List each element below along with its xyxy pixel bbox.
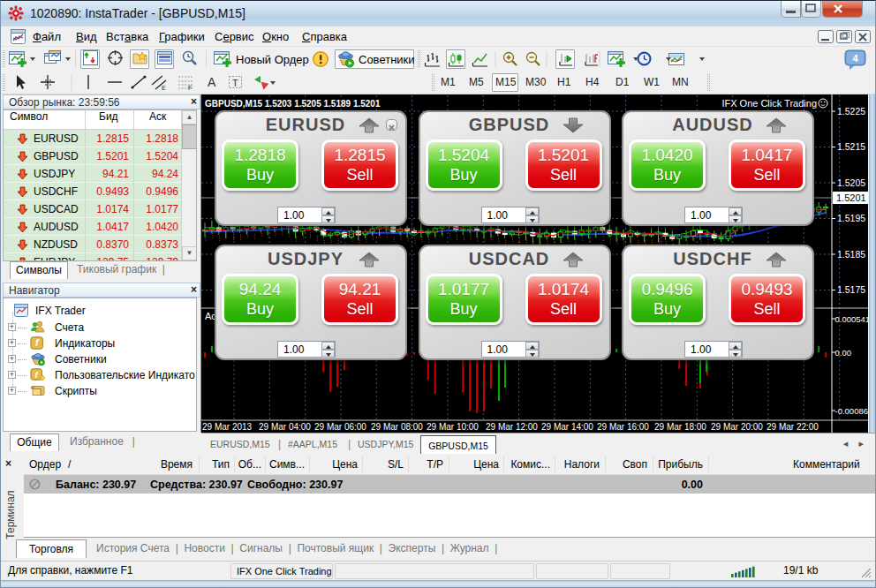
svg-text:1.5205: 1.5205	[837, 177, 865, 188]
svg-text:1.5195: 1.5195	[837, 213, 865, 223]
svg-text:-0.00086: -0.00086	[835, 406, 869, 416]
svg-text:29 Mar 14:00: 29 Mar 14:00	[541, 422, 593, 432]
svg-text:0.000541: 0.000541	[835, 314, 869, 324]
svg-text:29 Mar 04:00: 29 Mar 04:00	[259, 422, 311, 432]
svg-text:IFX One Click Trading: IFX One Click Trading	[721, 98, 817, 109]
svg-text:4: 4	[852, 53, 858, 64]
svg-text:29 Mar 18:00: 29 Mar 18:00	[654, 422, 706, 432]
svg-text:29 Mar 16:00: 29 Mar 16:00	[597, 422, 649, 432]
svg-text:T: T	[232, 78, 238, 88]
svg-text:1.5175: 1.5175	[837, 284, 865, 295]
svg-text:1.5185: 1.5185	[837, 249, 865, 260]
svg-text:29 Mar 06:00: 29 Mar 06:00	[314, 422, 366, 432]
svg-text:A: A	[208, 75, 216, 89]
svg-text:1.5225: 1.5225	[837, 106, 865, 117]
svg-text:29 Mar 22:00: 29 Mar 22:00	[766, 422, 819, 432]
svg-text:29 Mar 20:00: 29 Mar 20:00	[711, 422, 763, 432]
svg-text:29 Mar 12:00: 29 Mar 12:00	[486, 422, 538, 432]
svg-text:1.5215: 1.5215	[837, 141, 865, 152]
svg-text:1.5201: 1.5201	[836, 192, 866, 203]
svg-text:E: E	[162, 85, 166, 91]
svg-text:29 Mar 08:00: 29 Mar 08:00	[371, 422, 423, 432]
svg-text:F: F	[188, 85, 192, 91]
svg-text:0.00: 0.00	[835, 348, 852, 358]
svg-text:29 Mar 10:00: 29 Mar 10:00	[427, 422, 479, 432]
svg-text:GBPUSD,M15 1.5203 1.5205 1.51: GBPUSD,M15 1.5203 1.5205 1.5189 1.5201	[205, 99, 381, 109]
svg-text:29 Mar 2013: 29 Mar 2013	[202, 422, 253, 432]
